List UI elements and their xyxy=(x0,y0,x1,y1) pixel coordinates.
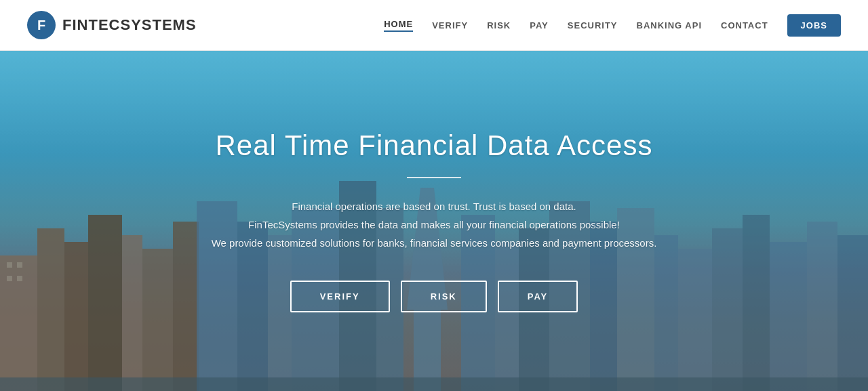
nav-item-pay[interactable]: PAY xyxy=(530,20,549,30)
logo[interactable]: F FINTECSYSTEMS xyxy=(27,11,197,39)
logo-text: FINTECSYSTEMS xyxy=(62,16,197,34)
nav-item-risk[interactable]: RISK xyxy=(487,20,511,30)
verify-button[interactable]: VERIFY xyxy=(290,281,390,312)
site-header: F FINTECSYSTEMS HOME VERIFY RISK PAY SEC… xyxy=(0,0,868,51)
hero-section: Real Time Financial Data Access Financia… xyxy=(0,51,868,391)
nav-item-banking-api[interactable]: BANKING API xyxy=(637,20,702,30)
logo-icon: F xyxy=(27,11,56,39)
nav-item-verify[interactable]: VERIFY xyxy=(432,20,468,30)
pay-button[interactable]: PAY xyxy=(498,281,578,312)
hero-description: Financial operations are based on trust.… xyxy=(212,197,657,252)
hero-buttons: VERIFY RISK PAY xyxy=(212,281,657,312)
hero-divider xyxy=(407,177,461,178)
hero-title: Real Time Financial Data Access xyxy=(212,129,657,162)
main-nav: HOME VERIFY RISK PAY SECURITY BANKING AP… xyxy=(384,14,841,37)
nav-item-home[interactable]: HOME xyxy=(384,19,413,32)
nav-item-contact[interactable]: CONTACT xyxy=(721,20,768,30)
hero-content: Real Time Financial Data Access Financia… xyxy=(184,129,684,312)
nav-item-security[interactable]: SECURITY xyxy=(568,20,618,30)
risk-button[interactable]: RISK xyxy=(401,281,487,312)
jobs-button[interactable]: JOBS xyxy=(787,14,841,37)
